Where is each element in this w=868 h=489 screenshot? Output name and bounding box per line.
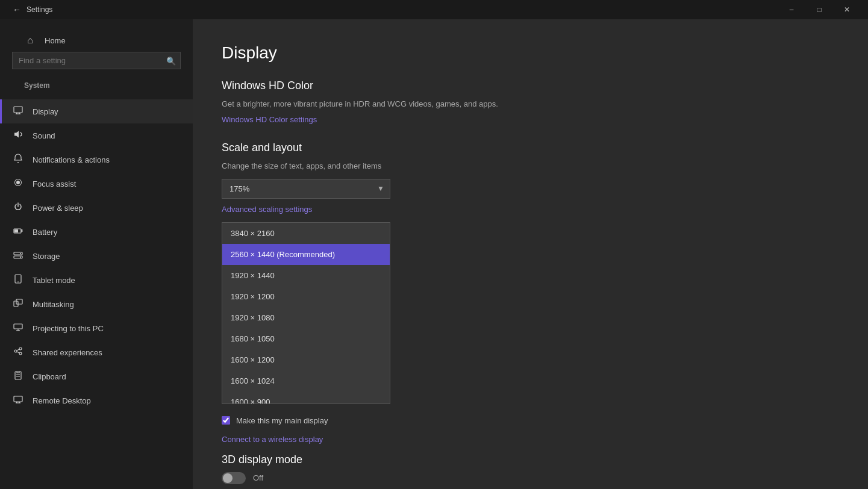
storage-icon [12, 250, 24, 262]
tablet-icon [12, 274, 24, 286]
notifications-icon [12, 154, 24, 166]
3d-display-title: 3D display mode [222, 453, 839, 466]
sidebar-item-battery[interactable]: Battery [0, 220, 193, 244]
scale-dropdown-wrapper: 175% 100% 125% 150% ▼ [222, 179, 390, 199]
3d-display-toggle[interactable] [222, 472, 246, 484]
scale-section-title: Scale and layout [222, 142, 839, 154]
sidebar-item-label-projecting: Projecting to this PC [33, 324, 104, 333]
titlebar-title: Settings [27, 5, 778, 14]
resolution-option-3840x2160[interactable]: 3840 × 2160 [222, 223, 390, 244]
projecting-icon [12, 322, 24, 334]
resolution-dropdown: 3840 × 21602560 × 1440 (Recommended)1920… [222, 222, 390, 404]
home-icon: ⌂ [24, 35, 36, 46]
remote-icon [12, 394, 24, 406]
sidebar-item-multitasking[interactable]: Multitasking [0, 292, 193, 316]
sidebar-item-display[interactable]: Display [0, 99, 193, 123]
svg-point-11 [20, 253, 21, 254]
page-title: Display [222, 43, 839, 63]
svg-line-24 [17, 352, 19, 353]
svg-rect-17 [14, 324, 22, 329]
shared-icon [12, 346, 24, 358]
back-icon: ← [13, 5, 21, 14]
sidebar-header: ⌂ Home 🔍 System [0, 19, 193, 99]
svg-point-21 [14, 350, 17, 352]
scale-section: Scale and layout Change the size of text… [222, 142, 839, 484]
svg-rect-8 [14, 229, 18, 232]
main-display-checkbox[interactable] [222, 416, 230, 425]
app-body: ⌂ Home 🔍 System Display Sound Notificati… [0, 19, 868, 489]
focus-icon [12, 178, 24, 190]
sidebar-item-label-clipboard: Clipboard [33, 372, 66, 381]
battery-icon [12, 226, 24, 238]
maximize-button[interactable]: □ [805, 0, 833, 19]
sidebar-item-projecting[interactable]: Projecting to this PC [0, 316, 193, 340]
sidebar-section-label: System [12, 79, 181, 95]
sidebar-item-label-shared: Shared experiences [33, 348, 102, 357]
sidebar-item-label-storage: Storage [33, 252, 60, 261]
multitasking-icon [12, 298, 24, 310]
resolution-option-1920x1440[interactable]: 1920 × 1440 [222, 265, 390, 286]
scale-desc: Change the size of text, apps, and other… [222, 161, 839, 170]
sidebar-item-label-tablet: Tablet mode [33, 276, 75, 285]
sidebar: ⌂ Home 🔍 System Display Sound Notificati… [0, 19, 193, 489]
content-area: Display Windows HD Color Get a brighter,… [193, 19, 868, 489]
3d-toggle-label: Off [253, 473, 263, 482]
sidebar-item-home[interactable]: ⌂ Home [12, 29, 181, 52]
svg-rect-0 [14, 107, 22, 113]
hd-color-section: Windows HD Color Get a brighter, more vi… [222, 79, 839, 125]
resolution-option-1600x1200[interactable]: 1600 × 1200 [222, 349, 390, 370]
sidebar-item-label-power: Power & sleep [33, 204, 83, 213]
sidebar-item-remote[interactable]: Remote Desktop [0, 388, 193, 413]
sidebar-item-shared[interactable]: Shared experiences [0, 340, 193, 364]
wireless-display-link[interactable]: Connect to a wireless display [222, 435, 839, 444]
sound-icon [12, 129, 24, 142]
resolution-option-1920x1200[interactable]: 1920 × 1200 [222, 286, 390, 307]
resolution-option-1600x1024[interactable]: 1600 × 1024 [222, 370, 390, 391]
svg-point-14 [17, 281, 19, 282]
clipboard-icon [12, 370, 24, 382]
window-controls: – □ ✕ [778, 0, 861, 19]
svg-rect-16 [16, 299, 22, 304]
svg-line-23 [17, 349, 19, 350]
resolution-option-1600x900[interactable]: 1600 × 900 [222, 391, 390, 403]
back-button[interactable]: ← [7, 0, 27, 19]
power-icon [12, 202, 24, 214]
resolution-list: 3840 × 21602560 × 1440 (Recommended)1920… [222, 223, 390, 403]
sidebar-item-label-remote: Remote Desktop [33, 396, 91, 405]
sidebar-item-label-battery: Battery [33, 228, 57, 237]
hd-color-link[interactable]: Windows HD Color settings [222, 115, 317, 124]
sidebar-home-label: Home [45, 36, 66, 45]
sidebar-item-storage[interactable]: Storage [0, 244, 193, 268]
sidebar-item-label-multitasking: Multitasking [33, 300, 74, 309]
search-input[interactable] [12, 52, 181, 69]
titlebar: ← Settings – □ ✕ [0, 0, 868, 19]
main-display-label: Make this my main display [236, 416, 328, 425]
svg-point-4 [17, 162, 19, 163]
sidebar-search-container: 🔍 [12, 52, 181, 69]
sidebar-item-focus[interactable]: Focus assist [0, 172, 193, 196]
search-icon: 🔍 [166, 56, 176, 65]
svg-point-20 [19, 347, 22, 350]
sidebar-item-power[interactable]: Power & sleep [0, 196, 193, 220]
sidebar-item-notifications[interactable]: Notifications & actions [0, 148, 193, 172]
close-button[interactable]: ✕ [833, 0, 861, 19]
minimize-button[interactable]: – [778, 0, 805, 19]
resolution-option-1680x1050[interactable]: 1680 × 1050 [222, 328, 390, 349]
resolution-option-2560x1440[interactable]: 2560 × 1440 (Recommended) [222, 244, 390, 265]
sidebar-item-clipboard[interactable]: Clipboard [0, 364, 193, 388]
svg-rect-28 [14, 396, 22, 402]
resolution-option-1920x1080[interactable]: 1920 × 1080 [222, 307, 390, 328]
hd-desc: Get a brighter, more vibrant picture in … [222, 98, 559, 110]
main-display-row: Make this my main display [222, 416, 839, 425]
scale-dropdown[interactable]: 175% 100% 125% 150% [222, 179, 390, 199]
display-icon [12, 105, 24, 117]
sidebar-item-tablet[interactable]: Tablet mode [0, 268, 193, 292]
sidebar-item-sound[interactable]: Sound [0, 123, 193, 148]
hd-section-title: Windows HD Color [222, 79, 839, 92]
sidebar-item-label-sound: Sound [33, 131, 55, 140]
3d-toggle-row: Off [222, 472, 839, 484]
sidebar-item-label-focus: Focus assist [33, 179, 76, 188]
advanced-scaling-link[interactable]: Advanced scaling settings [222, 205, 839, 214]
svg-point-12 [20, 257, 21, 258]
sidebar-nav: Display Sound Notifications & actions Fo… [0, 99, 193, 413]
